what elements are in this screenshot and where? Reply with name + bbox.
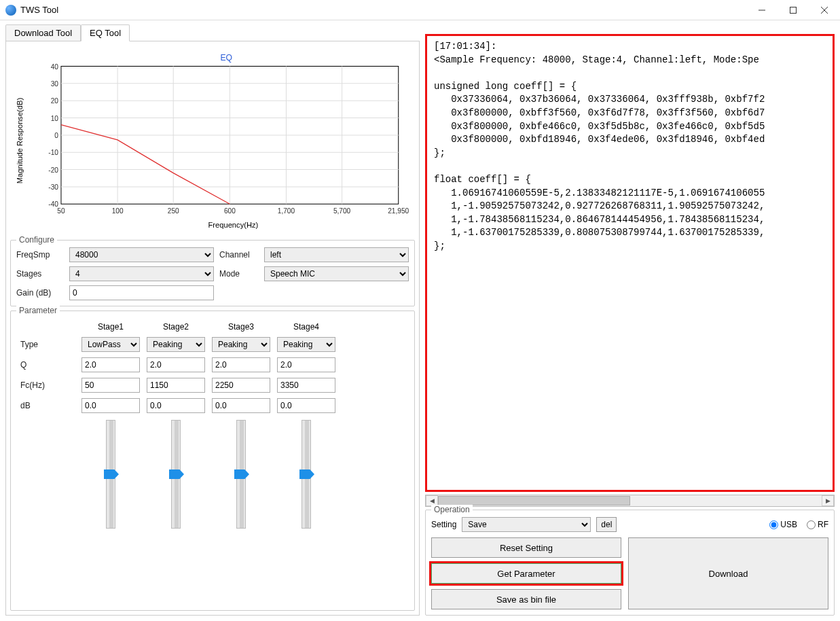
- stage4-slider[interactable]: [302, 420, 311, 529]
- configure-group: Configure FreqSmp 48000 Channel left Sta…: [10, 240, 415, 306]
- axis-x-label: Frequency(Hz): [208, 221, 259, 229]
- mode-label: Mode: [219, 269, 259, 279]
- svg-text:-20: -20: [48, 166, 58, 174]
- stage3-type[interactable]: Peaking: [212, 337, 270, 352]
- svg-text:20: 20: [51, 97, 59, 105]
- window-title: TWS Tool: [20, 5, 58, 15]
- get-parameter-button[interactable]: Get Parameter: [431, 563, 621, 584]
- svg-text:600: 600: [224, 207, 236, 215]
- stage4-type[interactable]: Peaking: [277, 337, 335, 352]
- freqsmp-select[interactable]: 48000: [69, 247, 214, 262]
- svg-rect-1: [790, 7, 797, 13]
- download-button[interactable]: Download: [628, 537, 828, 609]
- title-bar: TWS Tool: [0, 0, 840, 20]
- stage-header-3: Stage3: [212, 322, 270, 332]
- svg-text:40: 40: [51, 63, 59, 71]
- operation-title: Operation: [431, 505, 473, 514]
- configure-title: Configure: [16, 235, 57, 245]
- del-button[interactable]: del: [596, 517, 617, 532]
- stages-select[interactable]: 4: [69, 266, 214, 281]
- usb-radio[interactable]: USB: [769, 520, 797, 529]
- stage1-slider[interactable]: [106, 420, 115, 529]
- tab-eq-tool[interactable]: EQ Tool: [81, 24, 130, 41]
- tab-row: Download Tool EQ Tool: [5, 24, 420, 41]
- svg-text:-30: -30: [48, 183, 58, 191]
- tab-body: EQ Magnitude Response(dB) Frequency(Hz): [5, 41, 420, 616]
- save-bin-button[interactable]: Save as bin file: [431, 589, 621, 609]
- scroll-right-icon[interactable]: ▶: [822, 495, 834, 506]
- stage1-q[interactable]: [81, 357, 140, 372]
- stage2-q[interactable]: [147, 357, 205, 372]
- stage4-q[interactable]: [277, 357, 335, 372]
- stage4-db[interactable]: [277, 398, 335, 413]
- row-fc-label: Fc(Hz): [20, 380, 75, 390]
- svg-text:50: 50: [57, 207, 65, 215]
- svg-text:30: 30: [51, 80, 59, 88]
- gain-input[interactable]: [69, 285, 214, 300]
- stage3-slider[interactable]: [236, 420, 246, 529]
- row-type-label: Type: [20, 340, 75, 349]
- svg-text:10: 10: [51, 115, 59, 122]
- svg-text:5,700: 5,700: [333, 207, 351, 215]
- eq-chart: EQ Magnitude Response(dB) Frequency(Hz): [10, 46, 415, 236]
- freqsmp-label: FreqSmp: [16, 250, 64, 260]
- axis-y-label: Magnitude Response(dB): [16, 98, 24, 184]
- svg-text:100: 100: [112, 207, 124, 215]
- row-db-label: dB: [20, 401, 75, 410]
- svg-text:250: 250: [168, 207, 179, 215]
- minimize-button[interactable]: [746, 0, 778, 20]
- stage1-type[interactable]: LowPass: [81, 337, 140, 352]
- stage2-slider[interactable]: [171, 420, 181, 529]
- stage3-q[interactable]: [212, 357, 270, 372]
- stage2-db[interactable]: [147, 398, 205, 413]
- svg-text:1,700: 1,700: [278, 207, 295, 215]
- app-icon: [5, 5, 16, 16]
- rf-radio[interactable]: RF: [807, 520, 828, 529]
- svg-text:0: 0: [54, 132, 58, 139]
- parameter-group: Parameter Stage1 Stage2 Stage3 Stage4 Ty…: [10, 310, 415, 611]
- stage-header-2: Stage2: [147, 322, 205, 332]
- stage-header-4: Stage4: [277, 322, 335, 332]
- setting-select[interactable]: Save: [462, 517, 591, 532]
- stage2-type[interactable]: Peaking: [147, 337, 205, 352]
- maximize-button[interactable]: [778, 0, 809, 20]
- row-q-label: Q: [20, 360, 75, 370]
- channel-label: Channel: [219, 250, 259, 260]
- channel-select[interactable]: left: [264, 247, 409, 262]
- stage3-db[interactable]: [212, 398, 270, 413]
- svg-text:21,950: 21,950: [388, 207, 409, 215]
- stage2-fc[interactable]: [147, 378, 205, 393]
- output-h-scrollbar[interactable]: ◀ ▶: [425, 495, 835, 507]
- tab-download-tool[interactable]: Download Tool: [5, 24, 81, 41]
- gain-label: Gain (dB): [16, 288, 64, 298]
- stage1-fc[interactable]: [81, 378, 140, 393]
- output-panel: [17:01:34]: <Sample Frequency: 48000, St…: [425, 34, 835, 492]
- parameter-title: Parameter: [16, 306, 60, 315]
- stage3-fc[interactable]: [212, 378, 270, 393]
- mode-select[interactable]: Speech MIC: [264, 266, 409, 281]
- stage-header-1: Stage1: [81, 322, 140, 332]
- reset-setting-button[interactable]: Reset Setting: [431, 537, 621, 558]
- operation-group: Operation Setting Save del USB RF Reset …: [425, 510, 835, 616]
- close-button[interactable]: [809, 0, 840, 20]
- stages-label: Stages: [16, 269, 64, 279]
- setting-label: Setting: [431, 520, 456, 529]
- stage1-db[interactable]: [81, 398, 140, 413]
- stage4-fc[interactable]: [277, 378, 335, 393]
- svg-text:-10: -10: [48, 149, 58, 156]
- chart-title: EQ: [220, 53, 232, 63]
